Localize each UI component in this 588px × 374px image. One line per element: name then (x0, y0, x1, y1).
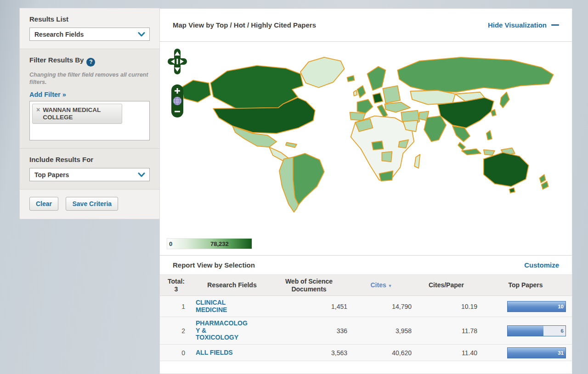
country-scandinavia (367, 67, 385, 90)
results-list-section: Results List Research Fields (19, 8, 160, 49)
country-korea (491, 110, 496, 116)
cites-per-paper-value: 10.19 (413, 303, 479, 310)
country-india (424, 116, 446, 142)
row-rank: 1 (160, 303, 195, 310)
clear-button[interactable]: Clear (29, 197, 58, 211)
map-pan-control[interactable] (167, 48, 187, 75)
wos-documents-value: 336 (269, 327, 349, 335)
include-results-selected-value: Top Papers (34, 171, 69, 179)
filter-chip: × WANNAN MEDICAL COLLEGE (32, 104, 122, 124)
legend-min-value: 0 (169, 240, 172, 247)
country-brazil (293, 153, 324, 205)
top-papers-cell: 6 (479, 325, 572, 336)
column-header-wos-documents[interactable]: Web of Science Documents (269, 278, 349, 293)
active-filters-box: × WANNAN MEDICAL COLLEGE (29, 101, 150, 140)
country-new-zealand-south (542, 181, 548, 189)
top-papers-bar: 10 (507, 301, 566, 312)
pan-center-icon (177, 59, 178, 64)
research-field-link[interactable]: ALL FIELDS (196, 349, 266, 357)
top-papers-cell: 31 (479, 347, 572, 358)
results-list-selected-value: Research Fields (34, 31, 84, 38)
country-philippines (486, 131, 492, 140)
remove-filter-icon[interactable]: × (36, 106, 40, 113)
table-row: 1 CLINICALMEDICINE 1,451 14,790 10.19 10 (160, 296, 572, 317)
criteria-buttons-section: Clear Save Criteria (19, 189, 160, 219)
country-russia (397, 57, 553, 92)
country-uk (357, 86, 366, 98)
country-madagascar (414, 154, 420, 168)
report-table: Total: 3 Research Fields Web of Science … (160, 275, 572, 361)
row-rank: 2 (160, 327, 195, 335)
research-field-link[interactable]: PHARMACOLOGY &TOXICOLOGY (196, 320, 266, 341)
include-results-select[interactable]: Top Papers (29, 168, 150, 181)
table-header-row: Total: 3 Research Fields Web of Science … (160, 275, 572, 296)
wos-documents-value: 1,451 (269, 303, 349, 310)
filter-heading: Filter Results By? (29, 56, 150, 67)
sidebar: Results List Research Fields Filter Resu… (19, 8, 160, 219)
country-malaysia (458, 142, 465, 150)
country-iceland (347, 76, 355, 82)
country-drc (382, 151, 392, 162)
column-header-cites-paper[interactable]: Cites/Paper (413, 281, 479, 289)
top-papers-cell: 10 (479, 301, 572, 312)
chevron-down-icon (138, 32, 145, 37)
zoom-out-icon[interactable] (175, 111, 180, 112)
country-indochina (452, 126, 470, 142)
world-map[interactable] (163, 44, 569, 238)
top-papers-value: 31 (558, 350, 564, 356)
wos-documents-value: 3,563 (269, 349, 349, 357)
chevron-down-icon (138, 173, 145, 177)
results-list-heading: Results List (29, 15, 150, 23)
research-field-link[interactable]: CLINICALMEDICINE (196, 299, 266, 313)
cites-value: 3,958 (349, 327, 413, 335)
country-new-zealand-north (540, 174, 546, 183)
map-header: Map View by Top / Hot / Highly Cited Pap… (160, 9, 572, 42)
save-criteria-button[interactable]: Save Criteria (66, 197, 118, 211)
top-papers-bar: 6 (507, 325, 566, 336)
filter-section: Filter Results By? Changing the filter f… (19, 49, 160, 149)
column-header-cites-sorted[interactable]: Cites ▼ (349, 281, 413, 289)
include-results-section: Include Results For Top Papers (19, 148, 160, 190)
minimize-dash-icon (551, 24, 559, 26)
country-tasmania (509, 188, 515, 193)
country-france (357, 100, 373, 113)
help-icon[interactable]: ? (86, 58, 95, 67)
add-filter-link[interactable]: Add Filter » (29, 91, 66, 98)
country-nigeria (372, 141, 383, 150)
country-greenland (300, 57, 345, 88)
filter-note: Changing the filter field removes all cu… (29, 71, 150, 86)
top-papers-bar: 31 (507, 347, 566, 358)
map-area: 0 78,232 (160, 42, 572, 256)
country-indonesia-east (484, 150, 495, 155)
esi-app: Results List Research Fields Filter Resu… (19, 8, 572, 374)
country-ireland (354, 90, 357, 96)
map-zoom-control[interactable] (171, 84, 184, 118)
country-alaska (181, 80, 210, 102)
country-eastern-europe (383, 86, 400, 103)
table-row: 2 PHARMACOLOGY &TOXICOLOGY 336 3,958 11.… (160, 317, 572, 345)
globe-icon[interactable] (173, 97, 181, 105)
country-turkey (384, 102, 410, 112)
country-japan (500, 92, 509, 108)
country-spain (350, 112, 366, 121)
country-germany (373, 93, 383, 103)
customize-link[interactable]: Customize (524, 261, 559, 269)
main-panel: Map View by Top / Hot / Highly Cited Pap… (159, 8, 572, 374)
report-title: Report View by Selection (173, 261, 255, 269)
map-legend: 0 78,232 (167, 238, 252, 249)
column-header-research-fields[interactable]: Research Fields (195, 281, 269, 289)
row-rank: 0 (160, 349, 195, 357)
include-results-heading: Include Results For (29, 156, 150, 163)
top-papers-value: 10 (558, 304, 564, 309)
country-caribbean (286, 142, 297, 147)
cites-per-paper-value: 11.40 (413, 349, 479, 357)
filter-chip-label: WANNAN MEDICAL COLLEGE (43, 106, 116, 121)
country-kazakhstan (410, 90, 455, 105)
column-header-top-papers[interactable]: Top Papers (479, 281, 572, 289)
results-list-select[interactable]: Research Fields (29, 28, 150, 41)
hide-visualization-link[interactable]: Hide Visualization (488, 21, 559, 29)
top-papers-value: 6 (561, 328, 564, 334)
country-indonesia (462, 149, 481, 155)
legend-max-value: 78,232 (210, 240, 229, 247)
cites-value: 40,620 (349, 349, 413, 357)
